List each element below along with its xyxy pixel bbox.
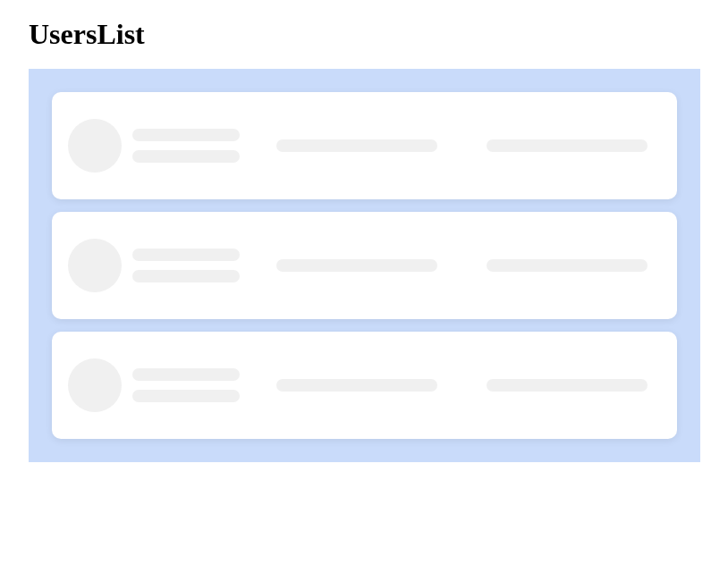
field-line-placeholder <box>276 379 437 392</box>
user-skeleton-card <box>52 332 677 439</box>
name-line-placeholder <box>132 390 240 402</box>
avatar-placeholder <box>68 239 122 292</box>
name-line-placeholder <box>132 249 240 261</box>
page-title: UsersList <box>0 9 728 69</box>
avatar-column <box>68 358 240 412</box>
name-lines <box>132 249 240 282</box>
name-line-placeholder <box>132 368 240 381</box>
name-line-placeholder <box>132 150 240 163</box>
name-line-placeholder <box>132 129 240 141</box>
avatar-placeholder <box>68 358 122 412</box>
field-column <box>263 139 451 152</box>
field-line-placeholder <box>276 259 437 272</box>
field-column <box>263 379 451 392</box>
name-lines <box>132 129 240 163</box>
field-column <box>263 259 451 272</box>
name-line-placeholder <box>132 270 240 282</box>
avatar-placeholder <box>68 119 122 173</box>
avatar-column <box>68 239 240 292</box>
field-line-placeholder <box>487 259 648 272</box>
field-line-placeholder <box>487 379 648 392</box>
name-lines <box>132 368 240 402</box>
user-skeleton-card <box>52 212 677 319</box>
users-list-container <box>29 69 700 462</box>
field-column <box>474 139 662 152</box>
field-line-placeholder <box>487 139 648 152</box>
user-skeleton-card <box>52 92 677 199</box>
field-line-placeholder <box>276 139 437 152</box>
avatar-column <box>68 119 240 173</box>
field-column <box>474 259 662 272</box>
field-column <box>474 379 662 392</box>
